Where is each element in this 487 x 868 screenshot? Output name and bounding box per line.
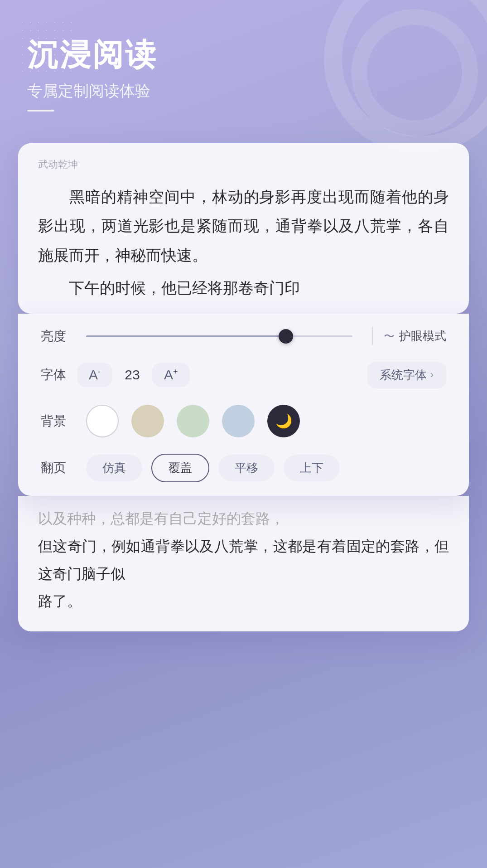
reading-card: 武动乾坤 黑暗的精神空间中，林动的身影再度出现而随着他的身影出现，两道光影也是紧…: [18, 143, 469, 314]
hero-title: 沉浸阅读: [27, 36, 460, 73]
divider-vertical: [372, 327, 373, 345]
eye-mode-label: 护眼模式: [399, 328, 446, 344]
page-turn-row: 翻页 仿真 覆盖 平移 上下: [41, 454, 446, 482]
page-turn-options: 仿真 覆盖 平移 上下: [86, 454, 340, 482]
moon-icon: 🌙: [275, 413, 292, 429]
page-simulated-button[interactable]: 仿真: [86, 455, 142, 481]
bg-beige-option[interactable]: [131, 405, 164, 437]
font-row: 字体 A- 23 A+ 系统字体 ›: [41, 362, 446, 388]
slider-track[interactable]: [86, 335, 352, 337]
bg-night-option[interactable]: 🌙: [267, 405, 300, 437]
page-cover-button[interactable]: 覆盖: [151, 454, 209, 482]
bottom-paragraph-1: 但这奇门，例如通背拳以及八荒掌，这都是有着固定的套路，但这奇门脑子似: [38, 533, 449, 588]
reading-paragraph-1: 黑暗的精神空间中，林动的身影再度出现而随着他的身影出现，两道光影也是紧随而现，通…: [38, 182, 449, 270]
font-family-button[interactable]: 系统字体 ›: [367, 362, 446, 388]
bg-white-option[interactable]: [86, 405, 119, 437]
background-options: 🌙: [86, 405, 300, 437]
bg-mint-option[interactable]: [177, 405, 209, 437]
bottom-paragraph-2: 路了。: [38, 587, 449, 615]
font-label: 字体: [41, 366, 77, 383]
font-size-display: 23: [123, 367, 141, 383]
background-label: 背景: [41, 412, 77, 430]
chevron-right-icon: ›: [430, 369, 434, 381]
font-increase-button[interactable]: A+: [152, 363, 190, 387]
page-slide-button[interactable]: 平移: [218, 455, 275, 481]
hero-subtitle: 专属定制阅读体验: [27, 81, 460, 102]
book-title: 武动乾坤: [38, 158, 449, 171]
eye-mode-toggle[interactable]: 〜 护眼模式: [384, 328, 446, 344]
bg-sky-option[interactable]: [222, 405, 255, 437]
brightness-label: 亮度: [41, 328, 77, 345]
background-row: 背景 🌙: [41, 405, 446, 437]
slider-fill: [86, 335, 286, 337]
brightness-slider-wrap: [86, 335, 352, 337]
hero-section: 沉浸阅读 专属定制阅读体验: [0, 0, 487, 130]
eye-icon: 〜: [384, 329, 395, 344]
slider-thumb[interactable]: [279, 329, 293, 344]
font-family-label: 系统字体: [380, 367, 427, 383]
font-decrease-button[interactable]: A-: [77, 363, 112, 387]
bottom-reading-section: 以及种种，总都是有自己定好的套路， 但这奇门，例如通背拳以及八荒掌，这都是有着固…: [18, 496, 469, 631]
bottom-blur-text: 以及种种，总都是有自己定好的套路，: [38, 505, 449, 533]
settings-panel: 亮度 〜 护眼模式 字体 A- 23 A+ 系统字体 › 背景: [18, 314, 469, 496]
page-vertical-button[interactable]: 上下: [284, 455, 340, 481]
brightness-row: 亮度 〜 护眼模式: [41, 327, 446, 345]
reading-paragraph-2: 下午的时候，他已经将那卷奇门印: [38, 273, 449, 303]
page-turn-label: 翻页: [41, 459, 77, 476]
hero-divider: [27, 110, 54, 112]
font-controls: A- 23 A+: [77, 363, 190, 387]
